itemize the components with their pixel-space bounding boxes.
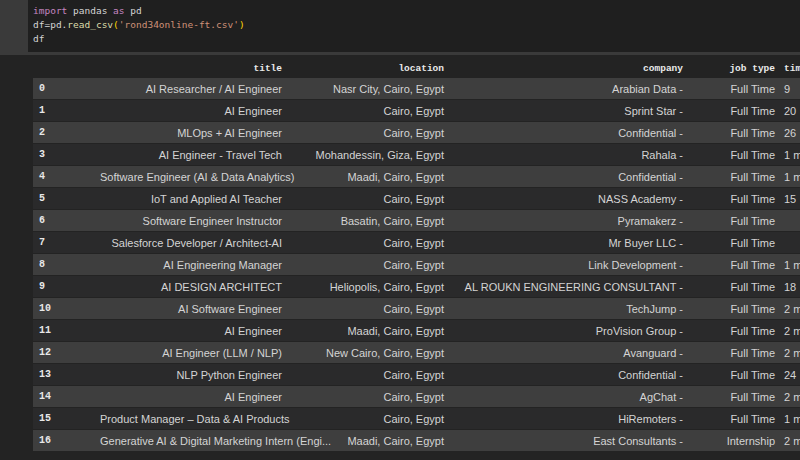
cell-job-type: Full Time <box>683 83 775 95</box>
notebook-screen: import pandas as pddf=pd.read_csv('rond3… <box>0 0 800 460</box>
cell-time: 1 m <box>775 413 800 425</box>
cell-location: Cairo, Egypt <box>282 237 444 249</box>
cell-job-type: Full Time <box>683 369 775 381</box>
code-editor[interactable]: import pandas as pddf=pd.read_csv('rond3… <box>33 4 245 46</box>
cell-index: 1 <box>33 105 100 116</box>
cell-job-type: Full Time <box>683 193 775 205</box>
cell-index: 9 <box>33 281 100 292</box>
cell-time: 15 <box>775 193 800 205</box>
cell-company: HiRemoters - <box>444 413 683 425</box>
cell-index: 16 <box>33 435 100 446</box>
code-token: 'rond34online-ft.csv' <box>119 19 239 30</box>
cell-company: Sprint Star - <box>444 105 683 117</box>
cell-company: Confidential - <box>444 171 683 183</box>
cell-title: AI Software Engineer <box>100 303 282 315</box>
cell-time: 2 m <box>775 325 800 337</box>
cell-index: 14 <box>33 391 100 402</box>
cell-time: 20 <box>775 105 800 117</box>
cell-location: Maadi, Cairo, Egypt <box>282 325 444 337</box>
table-row: 8AI Engineering ManagerCairo, EgyptLink … <box>33 254 800 275</box>
cell-time: 9 <box>775 83 800 95</box>
cell-location: Cairo, Egypt <box>282 105 444 117</box>
table-row: 7Salesforce Developer / Architect-AICair… <box>33 232 800 253</box>
cell-company: NASS Academy - <box>444 193 683 205</box>
cell-time: 2 m <box>775 347 800 359</box>
cell-job-type: Full Time <box>683 127 775 139</box>
code-token: read_csv <box>67 19 113 30</box>
table-row: 14AI EngineerCairo, EgyptAgChat -Full Ti… <box>33 386 800 407</box>
cell-location: New Cairo, Cairo, Egypt <box>282 347 444 359</box>
code-cell[interactable]: import pandas as pddf=pd.read_csv('rond3… <box>0 0 800 52</box>
cell-location: Maadi, Cairo, Egypt <box>282 171 444 183</box>
cell-company: Arabian Data - <box>444 83 683 95</box>
cell-location: Cairo, Egypt <box>282 127 444 139</box>
cell-location: Cairo, Egypt <box>282 413 444 425</box>
cell-company: Confidential - <box>444 127 683 139</box>
column-header-job-type: job type <box>683 63 775 74</box>
cell-location: Cairo, Egypt <box>282 259 444 271</box>
cell-index: 6 <box>33 215 100 226</box>
cell-index: 3 <box>33 149 100 160</box>
table-row: 2MLOps + AI EngineerCairo, EgyptConfiden… <box>33 122 800 143</box>
cell-job-type: Full Time <box>683 303 775 315</box>
cell-title: AI DESIGN ARCHITECT <box>100 281 282 293</box>
code-token: import <box>33 5 67 16</box>
cell-index: 4 <box>33 171 100 182</box>
table-row: 5IoT and Applied AI TeacherCairo, EgyptN… <box>33 188 800 209</box>
column-header-location: location <box>282 63 444 74</box>
table-row: 3AI Engineer - Travel TechMohandessin, G… <box>33 144 800 165</box>
cell-title: Software Engineer (AI & Data Analytics) <box>100 171 282 183</box>
table-row: 1AI EngineerCairo, EgyptSprint Star -Ful… <box>33 100 800 121</box>
cell-index: 0 <box>33 83 100 94</box>
cell-title: AI Engineer <box>100 105 282 117</box>
table-header-row: titlelocationcompanyjob typetime <box>33 58 800 78</box>
cell-time: 2 m <box>775 303 800 315</box>
code-line: import pandas as pd <box>33 4 245 18</box>
cell-job-type: Full Time <box>683 391 775 403</box>
cell-index: 7 <box>33 237 100 248</box>
code-token: as <box>113 5 124 16</box>
table-row: 6Software Engineer InstructorBasatin, Ca… <box>33 210 800 231</box>
code-token: df <box>33 33 44 44</box>
cell-time: 2 m <box>775 435 800 447</box>
cell-title: AI Engineer (LLM / NLP) <box>100 347 282 359</box>
cell-company: ProVision Group - <box>444 325 683 337</box>
cell-company: TechJump - <box>444 303 683 315</box>
cell-company: Link Development - <box>444 259 683 271</box>
cell-location: Cairo, Egypt <box>282 303 444 315</box>
cell-job-type: Internship <box>683 435 775 447</box>
table-row: 11AI EngineerMaadi, Cairo, EgyptProVisio… <box>33 320 800 341</box>
cell-job-type: Full Time <box>683 281 775 293</box>
cell-time: 2 m <box>775 391 800 403</box>
cell-job-type: Full Time <box>683 259 775 271</box>
cell-location: Maadi, Cairo, Egypt <box>282 435 444 447</box>
cell-index: 11 <box>33 325 100 336</box>
cell-company: AgChat - <box>444 391 683 403</box>
cell-title: AI Researcher / AI Engineer <box>100 83 282 95</box>
cell-time: 1 m <box>775 171 800 183</box>
table-row: 15Product Manager – Data & AI ProductsCa… <box>33 408 800 429</box>
cell-location: Basatin, Cairo, Egypt <box>282 215 444 227</box>
cell-job-type: Full Time <box>683 325 775 337</box>
cell-job-type: Full Time <box>683 413 775 425</box>
cell-job-type: Full Time <box>683 347 775 359</box>
cell-company: Rahala - <box>444 149 683 161</box>
cell-time: 1 m <box>775 149 800 161</box>
cell-location: Nasr City, Cairo, Egypt <box>282 83 444 95</box>
cell-title: NLP Python Engineer <box>100 369 282 381</box>
cell-location: Cairo, Egypt <box>282 193 444 205</box>
cell-location: Mohandessin, Giza, Egypt <box>282 149 444 161</box>
cell-index: 13 <box>33 369 100 380</box>
cell-title: Software Engineer Instructor <box>100 215 282 227</box>
cell-company: East Consultants - <box>444 435 683 447</box>
cell-title: MLOps + AI Engineer <box>100 127 282 139</box>
cell-time: 24 <box>775 369 800 381</box>
cell-company: Confidential - <box>444 369 683 381</box>
cell-index: 2 <box>33 127 100 138</box>
code-line: df=pd.read_csv('rond34online-ft.csv') <box>33 18 245 32</box>
code-token: df=pd. <box>33 19 67 30</box>
cell-title: AI Engineer <box>100 325 282 337</box>
cell-job-type: Full Time <box>683 171 775 183</box>
cell-location: Cairo, Egypt <box>282 391 444 403</box>
code-line: df <box>33 32 245 46</box>
